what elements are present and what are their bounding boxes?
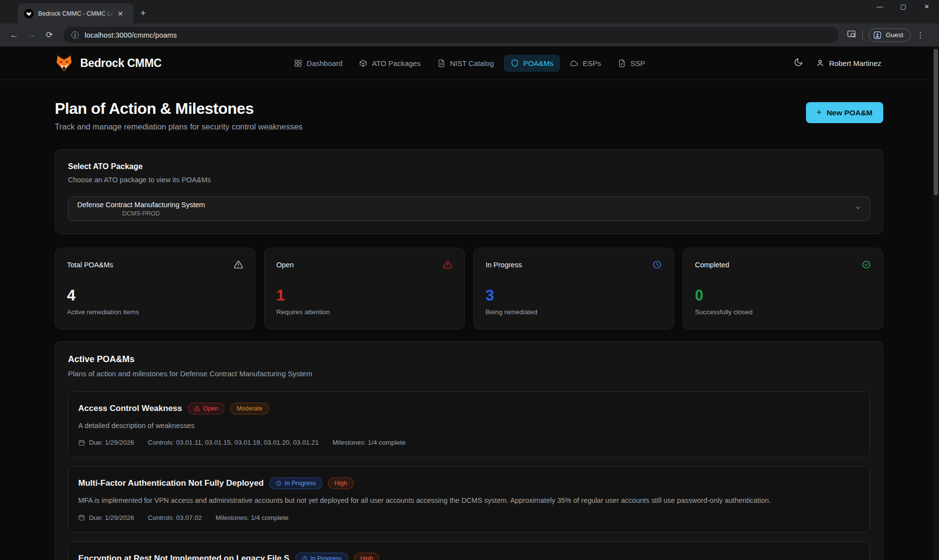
alert-triangle-icon [443, 260, 452, 269]
ato-package-card: Select ATO Package Choose an ATO package… [55, 149, 883, 234]
window-maximize-icon[interactable]: ▢ [900, 3, 907, 10]
tab-title: Bedrock CMMC - CMMC Level [38, 10, 114, 17]
stat-value: 1 [276, 287, 452, 304]
site-info-icon[interactable]: i [71, 31, 79, 39]
status-label: In Progress [285, 480, 316, 487]
tab-favicon-icon [24, 9, 34, 19]
status-badge: Open [188, 403, 224, 414]
stat-value: 3 [486, 287, 662, 304]
browser-tab-strip: Bedrock CMMC - CMMC Level ✕ + — ▢ ✕ [0, 0, 939, 23]
stat-caption: Requires attention [276, 308, 452, 316]
clock-icon [276, 480, 282, 486]
active-poams-card: Active POA&Ms Plans of action and milest… [55, 341, 883, 560]
page-title: Plan of Action & Milestones [55, 100, 303, 118]
poam-title: Access Control Weakness [78, 404, 182, 413]
poam-item[interactable]: Encryption at Rest Not Implemented on Le… [68, 541, 870, 560]
selected-package-name: Defense Contract Manufacturing System [77, 201, 205, 209]
poam-items: Access Control Weakness Open Moderate A … [68, 391, 870, 560]
app-header: Bedrock CMMC Dashboard ATO Packages NIST… [0, 46, 939, 80]
back-button[interactable]: ← [7, 28, 22, 43]
profile-label: Guest [886, 31, 903, 39]
nav-label: POA&Ms [523, 59, 554, 67]
nav-ssp[interactable]: SSP [611, 55, 652, 72]
controls: Controls: 03.07.02 [148, 514, 201, 521]
package-icon [359, 59, 367, 67]
new-tab-button[interactable]: + [140, 8, 146, 19]
tab-search-icon[interactable] [847, 29, 856, 41]
window-minimize-icon[interactable]: — [876, 3, 883, 10]
status-badge: In Progress [269, 477, 322, 489]
poam-title: Multi-Factor Authentication Not Fully De… [78, 478, 264, 488]
user-icon [816, 59, 825, 67]
chevron-down-icon [854, 204, 862, 214]
package-card-title: Select ATO Package [68, 162, 870, 171]
stat-label: Total POA&Ms [67, 261, 113, 269]
severity-badge: Moderate [230, 403, 269, 414]
stats-row: Total POA&Ms 4 Active remediation items … [55, 248, 883, 329]
due-date: Due: 1/29/2026 [78, 514, 134, 521]
stat-label: Completed [695, 261, 729, 269]
ato-package-select[interactable]: Defense Contract Manufacturing System DC… [68, 196, 870, 221]
moon-icon [794, 58, 803, 67]
plus-icon: + [817, 108, 822, 118]
due-date: Due: 1/29/2026 [78, 439, 134, 446]
stat-caption: Being remediated [486, 308, 662, 316]
clock-icon [302, 556, 308, 560]
fox-logo-icon [55, 54, 73, 72]
alert-triangle-icon [194, 406, 200, 411]
shield-icon [511, 59, 519, 67]
stat-caption: Successfully closed [695, 308, 871, 316]
nav-esps[interactable]: ESPs [563, 55, 608, 72]
severity-badge: High [354, 553, 380, 560]
file-text-icon [437, 59, 446, 67]
url-text[interactable]: localhost:3000/cmmc/poams [85, 31, 177, 39]
nav-label: Dashboard [307, 59, 342, 67]
main-nav: Dashboard ATO Packages NIST Catalog POA&… [287, 55, 652, 72]
dashboard-grid-icon [294, 59, 302, 67]
theme-toggle-button[interactable] [794, 58, 803, 69]
nav-label: ESPs [582, 59, 601, 67]
poam-item[interactable]: Multi-Factor Authentication Not Fully De… [68, 466, 870, 532]
status-badge: In Progress [295, 553, 348, 560]
nav-dashboard[interactable]: Dashboard [287, 55, 349, 72]
controls: Controls: 03.01.11, 03.01.15, 03.01.19, … [148, 439, 319, 446]
nav-label: SSP [630, 59, 645, 67]
package-card-subtitle: Choose an ATO package to view its POA&Ms [68, 176, 870, 184]
stat-card-total: Total POA&Ms 4 Active remediation items [55, 248, 255, 329]
nav-poams[interactable]: POA&Ms [504, 55, 560, 72]
selected-package-code: DCMS-PROD [77, 210, 205, 217]
window-close-icon[interactable]: ✕ [923, 3, 930, 10]
browser-toolbar: ← → ⟳ i localhost:3000/cmmc/poams Guest … [0, 23, 939, 46]
milestones: Milestones: 1/4 complete [216, 514, 289, 521]
scrollbar-thumb[interactable] [934, 49, 938, 195]
browser-menu-icon[interactable]: ⋮ [917, 30, 924, 40]
poam-item[interactable]: Access Control Weakness Open Moderate A … [68, 391, 870, 457]
browser-tab[interactable]: Bedrock CMMC - CMMC Level ✕ [18, 3, 134, 23]
profile-button[interactable]: Guest [869, 28, 911, 42]
nav-nist-catalog[interactable]: NIST Catalog [430, 55, 501, 72]
cloud-icon [570, 59, 578, 67]
clock-icon [652, 260, 662, 269]
profile-avatar-icon [873, 31, 882, 40]
new-poam-button[interactable]: + New POA&M [806, 102, 883, 123]
forward-button[interactable]: → [24, 28, 39, 43]
new-poam-label: New POA&M [827, 108, 872, 117]
nav-ato-packages[interactable]: ATO Packages [352, 55, 427, 72]
nav-label: ATO Packages [372, 59, 421, 67]
tab-close-icon[interactable]: ✕ [116, 9, 125, 18]
poam-list-title: Active POA&Ms [68, 354, 870, 365]
stat-value: 0 [695, 287, 871, 304]
toolbar-divider [862, 30, 863, 40]
stat-card-in-progress: In Progress 3 Being remediated [473, 248, 674, 329]
alert-triangle-icon [234, 260, 243, 269]
stat-label: In Progress [486, 261, 522, 269]
user-menu[interactable]: Robert Martinez [816, 59, 881, 67]
stat-label: Open [276, 261, 293, 269]
severity-badge: High [328, 477, 354, 489]
brand[interactable]: Bedrock CMMC [55, 54, 161, 72]
poam-description: A detailed description of weaknesses [78, 420, 841, 431]
severity-label: High [335, 480, 347, 487]
address-bar[interactable]: i localhost:3000/cmmc/poams [64, 27, 839, 43]
page-subtitle: Track and manage remediation plans for s… [55, 122, 303, 131]
reload-button[interactable]: ⟳ [42, 28, 57, 43]
